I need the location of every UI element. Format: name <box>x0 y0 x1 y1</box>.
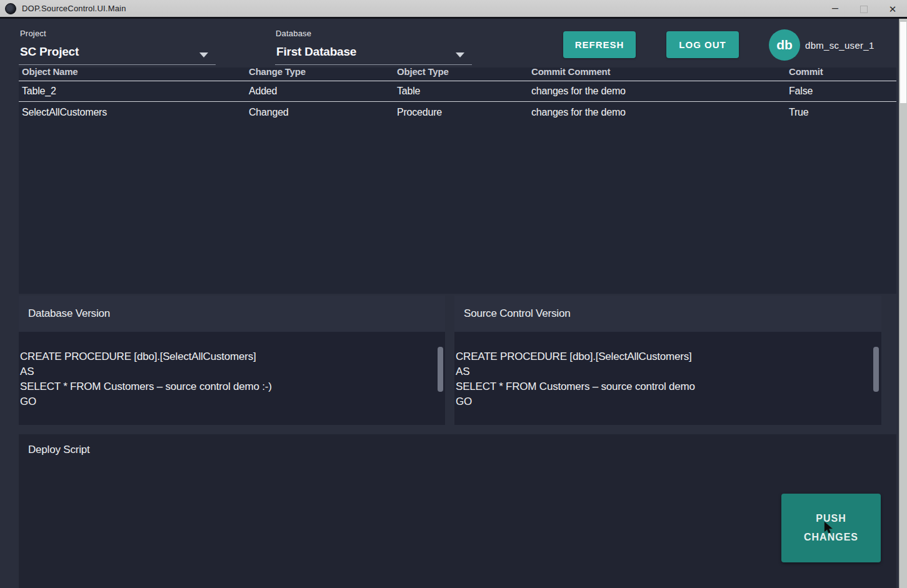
push-changes-line1: PUSH <box>816 513 846 524</box>
cell-commit: False <box>786 86 896 97</box>
window-scrollbar-thumb[interactable] <box>900 22 906 103</box>
cell-commit: True <box>786 107 896 118</box>
maximize-icon <box>860 6 868 13</box>
cell-object-name: SelectAllCustomers <box>19 107 246 118</box>
table-row[interactable]: SelectAllCustomers Changed Procedure cha… <box>19 102 896 123</box>
window-controls: – ✕ <box>821 0 907 19</box>
column-header-commit-comment[interactable]: Commit Comment <box>528 67 786 77</box>
refresh-button[interactable]: REFRESH <box>563 31 636 58</box>
source-control-version-title: Source Control Version <box>464 307 570 320</box>
database-label: Database <box>276 29 311 38</box>
close-button[interactable]: ✕ <box>878 1 907 18</box>
app-icon <box>5 3 16 14</box>
database-version-panel: Database Version CREATE PROCEDURE [dbo].… <box>19 296 445 425</box>
chevron-down-icon <box>199 52 208 57</box>
push-changes-line2: CHANGES <box>804 532 858 542</box>
project-label: Project <box>20 29 46 38</box>
titlebar[interactable]: DOP.SourceControl.UI.Main – ✕ <box>0 0 907 19</box>
scrollbar-thumb[interactable] <box>438 347 443 392</box>
chevron-down-icon <box>456 52 464 57</box>
column-header-change-type[interactable]: Change Type <box>246 67 394 77</box>
database-dropdown[interactable]: First Database <box>275 44 472 65</box>
cell-object-type: Procedure <box>394 107 528 118</box>
sql-code: CREATE PROCEDURE [dbo].[SelectAllCustome… <box>456 349 881 409</box>
source-control-version-panel: Source Control Version CREATE PROCEDURE … <box>454 296 881 425</box>
database-version-code[interactable]: CREATE PROCEDURE [dbo].[SelectAllCustome… <box>19 332 445 425</box>
project-dropdown-value: SC Project <box>20 45 79 59</box>
table-row[interactable]: Table_2 Added Table changes for the demo… <box>19 81 896 102</box>
database-version-title: Database Version <box>28 307 110 320</box>
logout-button[interactable]: LOG OUT <box>666 31 739 58</box>
cell-object-type: Table <box>394 86 528 97</box>
database-dropdown-value: First Database <box>276 45 356 59</box>
push-changes-button[interactable]: PUSH CHANGES <box>781 494 881 562</box>
scrollbar-thumb[interactable] <box>873 347 879 392</box>
deploy-script-panel: Deploy Script <box>19 434 896 588</box>
cell-change-type: Changed <box>246 107 394 118</box>
avatar[interactable]: db <box>769 29 800 61</box>
username-label: dbm_sc_user_1 <box>805 40 874 51</box>
cell-commit-comment: changes for the demo <box>528 107 786 118</box>
source-control-version-header: Source Control Version <box>454 296 881 332</box>
deploy-script-title: Deploy Script <box>28 444 896 456</box>
changes-grid: Object Name Change Type Object Type Comm… <box>19 67 896 294</box>
database-version-header: Database Version <box>19 296 445 332</box>
cell-commit-comment: changes for the demo <box>528 86 786 97</box>
project-dropdown[interactable]: SC Project <box>19 44 216 65</box>
column-header-object-name[interactable]: Object Name <box>19 67 246 77</box>
column-header-object-type[interactable]: Object Type <box>394 67 528 77</box>
column-header-commit[interactable]: Commit <box>786 67 896 77</box>
window-title: DOP.SourceControl.UI.Main <box>22 4 126 13</box>
minimize-button[interactable]: – <box>821 1 849 18</box>
app-window: DOP.SourceControl.UI.Main – ✕ Project SC… <box>0 0 907 588</box>
maximize-button[interactable] <box>849 1 878 18</box>
sql-code: CREATE PROCEDURE [dbo].[SelectAllCustome… <box>20 349 445 409</box>
grid-header-row[interactable]: Object Name Change Type Object Type Comm… <box>19 67 896 81</box>
source-control-version-code[interactable]: CREATE PROCEDURE [dbo].[SelectAllCustome… <box>454 332 881 425</box>
cell-object-name: Table_2 <box>19 86 246 97</box>
cell-change-type: Added <box>246 86 394 97</box>
window-scrollbar[interactable] <box>899 19 907 588</box>
